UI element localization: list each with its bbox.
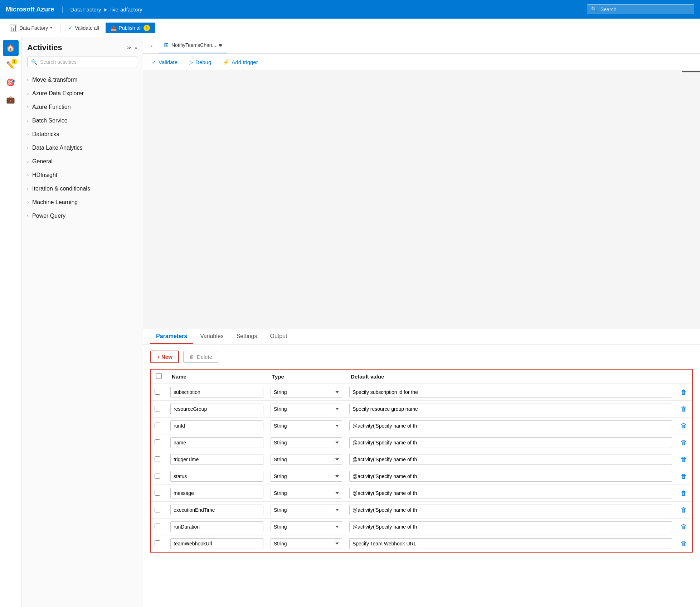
param-delete-btn-0[interactable]: 🗑 [679, 387, 689, 398]
category-general[interactable]: › General [21, 155, 143, 168]
param-type-select-7[interactable]: StringBoolIntFloatArrayObjectSecureStrin… [271, 505, 342, 515]
breadcrumb-data-factory[interactable]: Data Factory [71, 6, 101, 13]
param-type-select-4[interactable]: StringBoolIntFloatArrayObjectSecureStrin… [271, 454, 342, 465]
param-delete-btn-8[interactable]: 🗑 [679, 522, 689, 532]
validate-all-btn[interactable]: ✓ Validate all [65, 23, 102, 33]
param-default-input-0[interactable] [349, 387, 672, 398]
row-checkbox-0[interactable] [151, 384, 167, 401]
category-azure-function[interactable]: › Azure Function [21, 100, 143, 114]
publish-all-btn[interactable]: 📤 Publish all 1 [106, 23, 155, 33]
param-type-select-6[interactable]: StringBoolIntFloatArrayObjectSecureStrin… [271, 488, 342, 498]
category-batch-service[interactable]: › Batch Service [21, 114, 143, 127]
category-iteration-conditionals[interactable]: › Iteration & conditionals [21, 182, 143, 196]
category-hdinsight[interactable]: › HDInsight [21, 168, 143, 182]
param-name-input-8[interactable] [170, 521, 263, 532]
category-power-query[interactable]: › Power Query [21, 209, 143, 223]
param-delete-cell-7[interactable]: 🗑 [676, 502, 692, 519]
param-name-input-9[interactable] [170, 538, 263, 549]
param-type-select-2[interactable]: StringBoolIntFloatArrayObjectSecureStrin… [271, 420, 342, 431]
param-type-select-1[interactable]: StringBoolIntFloatArrayObjectSecureStrin… [271, 404, 342, 414]
param-checkbox-0[interactable] [155, 389, 160, 395]
param-name-input-5[interactable] [170, 471, 263, 482]
delete-parameter-btn[interactable]: 🗑 Delete [183, 351, 218, 363]
category-azure-data-explorer[interactable]: › Azure Data Explorer [21, 87, 143, 100]
search-input[interactable] [601, 6, 690, 12]
param-name-input-2[interactable] [170, 420, 263, 431]
param-delete-btn-5[interactable]: 🗑 [679, 471, 689, 482]
param-name-input-6[interactable] [170, 488, 263, 498]
param-default-input-2[interactable] [349, 420, 672, 431]
param-checkbox-7[interactable] [155, 507, 160, 512]
param-checkbox-2[interactable] [155, 423, 160, 428]
param-delete-cell-3[interactable]: 🗑 [676, 434, 692, 451]
row-checkbox-3[interactable] [151, 434, 167, 451]
sidebar-briefcase-btn[interactable]: 💼 [3, 92, 19, 107]
param-default-input-1[interactable] [349, 404, 672, 414]
sidebar-monitor-btn[interactable]: 🎯 [3, 74, 19, 90]
pipeline-tab[interactable]: ⊞ NotifiyTeamsChan... [159, 37, 227, 53]
param-default-input-6[interactable] [349, 488, 672, 498]
param-checkbox-8[interactable] [155, 524, 160, 529]
param-name-input-7[interactable] [170, 505, 263, 515]
category-move-transform[interactable]: › Move & transform [21, 73, 143, 87]
activities-search[interactable]: 🔍 [27, 57, 137, 67]
row-checkbox-2[interactable] [151, 418, 167, 434]
param-delete-btn-6[interactable]: 🗑 [679, 488, 689, 498]
param-delete-btn-3[interactable]: 🗑 [679, 438, 689, 448]
search-activities-input[interactable] [40, 59, 133, 65]
param-checkbox-1[interactable] [155, 406, 160, 411]
param-checkbox-5[interactable] [155, 473, 160, 479]
param-type-select-8[interactable]: StringBoolIntFloatArrayObjectSecureStrin… [271, 521, 342, 532]
tab-variables[interactable]: Variables [194, 329, 229, 344]
param-type-select-9[interactable]: StringBoolIntFloatArrayObjectSecureStrin… [271, 538, 342, 549]
new-parameter-btn[interactable]: + New [150, 351, 179, 363]
param-delete-cell-4[interactable]: 🗑 [676, 451, 692, 468]
tab-parameters[interactable]: Parameters [150, 329, 193, 344]
param-delete-cell-1[interactable]: 🗑 [676, 401, 692, 418]
category-databricks[interactable]: › Databricks [21, 127, 143, 141]
param-name-input-0[interactable] [170, 387, 263, 398]
row-checkbox-4[interactable] [151, 451, 167, 468]
validate-btn[interactable]: ✓ Validate [149, 58, 180, 67]
param-default-input-9[interactable] [349, 538, 672, 549]
row-checkbox-8[interactable] [151, 519, 167, 535]
param-checkbox-4[interactable] [155, 456, 160, 462]
param-delete-cell-2[interactable]: 🗑 [676, 418, 692, 434]
sidebar-pencil-btn[interactable]: ✏️ 1 [3, 57, 19, 73]
param-name-input-3[interactable] [170, 437, 263, 448]
category-machine-learning[interactable]: › Machine Learning [21, 196, 143, 209]
param-name-input-4[interactable] [170, 454, 263, 465]
param-type-select-0[interactable]: StringBoolIntFloatArrayObjectSecureStrin… [271, 387, 342, 398]
add-trigger-btn[interactable]: ⚡ Add trigger [220, 58, 261, 67]
tab-expand-btn[interactable]: › [146, 37, 157, 53]
param-delete-btn-1[interactable]: 🗑 [679, 404, 689, 414]
param-delete-btn-2[interactable]: 🗑 [679, 421, 689, 431]
row-checkbox-9[interactable] [151, 535, 167, 553]
param-delete-cell-5[interactable]: 🗑 [676, 468, 692, 485]
collapse-icon[interactable]: « [135, 45, 137, 50]
param-checkbox-3[interactable] [155, 439, 160, 445]
tab-settings[interactable]: Settings [231, 329, 263, 344]
param-default-input-5[interactable] [349, 471, 672, 482]
param-delete-btn-9[interactable]: 🗑 [679, 539, 689, 549]
param-default-input-4[interactable] [349, 454, 672, 465]
debug-btn[interactable]: ▷ Debug [186, 58, 214, 67]
param-type-select-3[interactable]: StringBoolIntFloatArrayObjectSecureStrin… [271, 437, 342, 448]
pipeline-canvas[interactable] [143, 71, 700, 328]
expand-icon[interactable]: ≫ [127, 45, 132, 50]
tab-output[interactable]: Output [264, 329, 293, 344]
param-delete-btn-7[interactable]: 🗑 [679, 505, 689, 515]
sidebar-home-btn[interactable]: 🏠 [3, 40, 19, 56]
param-delete-cell-8[interactable]: 🗑 [676, 519, 692, 535]
param-delete-cell-6[interactable]: 🗑 [676, 485, 692, 502]
param-delete-btn-4[interactable]: 🗑 [679, 454, 689, 465]
param-checkbox-6[interactable] [155, 490, 160, 496]
param-type-select-5[interactable]: StringBoolIntFloatArrayObjectSecureStrin… [271, 471, 342, 482]
param-default-input-3[interactable] [349, 437, 672, 448]
row-checkbox-5[interactable] [151, 468, 167, 485]
row-checkbox-7[interactable] [151, 502, 167, 519]
param-name-input-1[interactable] [170, 404, 263, 414]
select-all-checkbox[interactable] [156, 373, 162, 379]
row-checkbox-1[interactable] [151, 401, 167, 418]
row-checkbox-6[interactable] [151, 485, 167, 502]
